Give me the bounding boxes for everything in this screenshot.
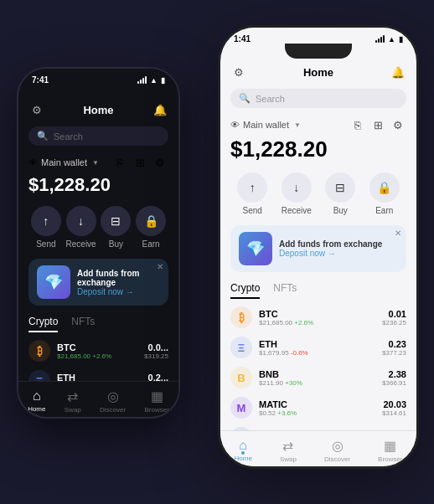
banner-text-dark: Add funds from exchange Deposit now → — [77, 269, 160, 296]
banner-link-dark[interactable]: Deposit now → — [77, 287, 160, 296]
bottom-nav-dark: ⌂ Home ⇄ Swap ◎ Discover ▦ Browser — [18, 381, 178, 417]
action-buttons-light: ↑ Send ↓ Receive ⊟ Buy 🔒 Earn — [220, 169, 416, 222]
nav-home-dark[interactable]: ⌂ Home — [28, 388, 45, 414]
eth-info-light: ETH $1,679.95 -0.6% — [259, 339, 375, 357]
signal-icon — [137, 77, 147, 84]
matic-logo-light: M — [230, 397, 252, 419]
btc-info-dark: BTC $21,685.00 +2.6% — [57, 342, 137, 360]
nav-swap-light[interactable]: ⇄ Swap — [280, 438, 297, 463]
search-bar-light[interactable]: 🔍 Search — [230, 89, 406, 108]
nav-discover-light[interactable]: ◎ Discover — [324, 438, 350, 463]
earn-label-dark: Earn — [142, 239, 160, 249]
home-label-light: Home — [303, 66, 333, 79]
send-icon-light: ↑ — [237, 172, 267, 203]
banner-link-light[interactable]: Deposit now → — [279, 249, 398, 258]
copy-icon-light[interactable]: ⎘ — [349, 116, 366, 133]
search-icon-light: 🔍 — [239, 93, 251, 104]
matic-info-light: MATIC $0.52 +3.6% — [259, 399, 375, 417]
copy-icon-dark[interactable]: ⎘ — [111, 154, 128, 171]
earn-icon-light: 🔒 — [369, 172, 400, 203]
nav-browser-light[interactable]: ▦ Browser — [378, 438, 402, 463]
receive-icon-dark: ↓ — [66, 206, 96, 236]
nav-swap-dark[interactable]: ⇄ Swap — [65, 388, 81, 414]
buy-label-light: Buy — [333, 206, 348, 215]
home-nav-icon-dark: ⌂ — [33, 388, 41, 404]
tab-crypto-dark[interactable]: Crypto — [28, 316, 58, 332]
receive-label-light: Receive — [282, 206, 312, 215]
chevron-down-dark[interactable]: ▼ — [92, 159, 99, 167]
coin-item-bnb-light[interactable]: B BNB $211.90 +30% 2.38 $366.91 — [220, 363, 416, 393]
coin-item-matic-light[interactable]: M MATIC $0.52 +3.6% 20.03 $314.61 — [220, 393, 416, 423]
nav-home-light[interactable]: ⌂ Home — [235, 438, 252, 463]
bell-icon-light[interactable]: 🔔 — [390, 64, 406, 80]
expand-icon-light[interactable]: ⊞ — [369, 116, 386, 133]
gear-icon-light[interactable]: ⚙ — [230, 64, 247, 80]
chevron-down-light[interactable]: ▼ — [294, 121, 301, 129]
time-dark: 7:41 — [32, 75, 49, 85]
eth-logo-light: Ξ — [230, 337, 252, 358]
send-label-light: Send — [243, 206, 262, 215]
send-button-dark[interactable]: ↑ Send — [31, 206, 61, 249]
search-placeholder-light: Search — [256, 94, 285, 104]
buy-button-light[interactable]: ⊟ Buy — [325, 172, 355, 215]
nav-browser-dark[interactable]: ▦ Browser — [144, 388, 168, 414]
receive-button-dark[interactable]: ↓ Receive — [66, 206, 96, 249]
bottom-nav-light: ⌂ Home ⇄ Swap ◎ Discover ▦ Browser — [220, 430, 416, 466]
home-label-dark: Home — [83, 104, 113, 116]
notch-light — [285, 44, 352, 59]
bell-icon-dark[interactable]: 🔔 — [152, 101, 168, 118]
nav-discover-dark[interactable]: ◎ Discover — [100, 388, 126, 414]
battery-icon: ▮ — [161, 76, 165, 85]
browser-nav-icon-light: ▦ — [384, 438, 396, 454]
banner-image-light: 💎 — [239, 232, 272, 265]
action-buttons-dark: ↑ Send ↓ Receive ⊟ Buy 🔒 Earn — [18, 203, 178, 255]
btc-info-light: BTC $21,685.00 +2.6% — [259, 309, 375, 327]
buy-icon-light: ⊟ — [325, 172, 355, 203]
balance-dark: $1,228.20 — [18, 172, 178, 203]
tab-crypto-light[interactable]: Crypto — [230, 282, 260, 299]
banner-light: 💎 Add funds from exchange Deposit now → … — [230, 225, 406, 272]
eye-icon-light: 👁 — [230, 120, 240, 130]
send-icon-dark: ↑ — [31, 206, 61, 236]
coin-item-btc-light[interactable]: ₿ BTC $21,685.00 +2.6% 0.01 $236.25 — [220, 302, 416, 332]
settings-icon-light[interactable]: ⚙ — [390, 116, 406, 133]
tabs-dark: Crypto NFTs — [18, 309, 178, 332]
wallet-actions-light: ⎘ ⊞ ⚙ — [349, 116, 406, 133]
browser-nav-icon-dark: ▦ — [151, 388, 163, 404]
coin-item-eth-light[interactable]: Ξ ETH $1,679.95 -0.6% 0.23 $377.23 — [220, 332, 416, 363]
buy-label-dark: Buy — [109, 239, 123, 249]
top-bar-dark: ⚙ Home 🔔 — [18, 96, 178, 123]
time-light: 1:41 — [234, 34, 251, 44]
wallet-name-light: Main wallet — [243, 120, 289, 130]
wallet-row-light: 👁 Main wallet ▼ ⎘ ⊞ ⚙ — [220, 111, 416, 135]
banner-image-dark: 💎 — [37, 265, 70, 299]
earn-button-dark[interactable]: 🔒 Earn — [136, 206, 166, 249]
notch-dark — [74, 85, 124, 96]
earn-label-light: Earn — [375, 206, 393, 215]
banner-close-light[interactable]: ✕ — [395, 229, 401, 238]
discover-nav-icon-dark: ◎ — [107, 388, 119, 404]
receive-button-light[interactable]: ↓ Receive — [282, 172, 312, 215]
send-button-light[interactable]: ↑ Send — [237, 172, 267, 215]
earn-icon-dark: 🔒 — [136, 206, 166, 236]
buy-button-dark[interactable]: ⊟ Buy — [101, 206, 131, 249]
expand-icon-dark[interactable]: ⊞ — [132, 154, 148, 171]
signal-icon-light — [375, 36, 385, 43]
earn-button-light[interactable]: 🔒 Earn — [369, 172, 400, 215]
tab-nfts-dark[interactable]: NFTs — [71, 316, 95, 332]
coin-item-btc-dark[interactable]: ₿ BTC $21,685.00 +2.6% 0.0... $319.25 — [18, 336, 178, 366]
search-bar-dark[interactable]: 🔍 Search — [28, 126, 168, 146]
gear-icon[interactable]: ⚙ — [28, 101, 45, 118]
btc-logo-dark: ₿ — [28, 340, 50, 362]
banner-text-light: Add funds from exchange Deposit now → — [279, 239, 398, 258]
tab-nfts-light[interactable]: NFTs — [273, 282, 297, 299]
eye-icon-dark: 👁 — [28, 157, 38, 167]
banner-dark: 💎 Add funds from exchange Deposit now → … — [28, 259, 168, 306]
bnb-info-light: BNB $211.90 +30% — [259, 369, 375, 387]
status-icons-light: ▲ ▮ — [375, 35, 403, 44]
settings-icon-dark[interactable]: ⚙ — [152, 154, 168, 171]
wallet-name-dark: Main wallet — [41, 157, 87, 167]
wallet-actions-dark: ⎘ ⊞ ⚙ — [111, 154, 168, 171]
balance-light: $1,228.20 — [220, 135, 416, 169]
banner-close-dark[interactable]: ✕ — [157, 262, 163, 271]
